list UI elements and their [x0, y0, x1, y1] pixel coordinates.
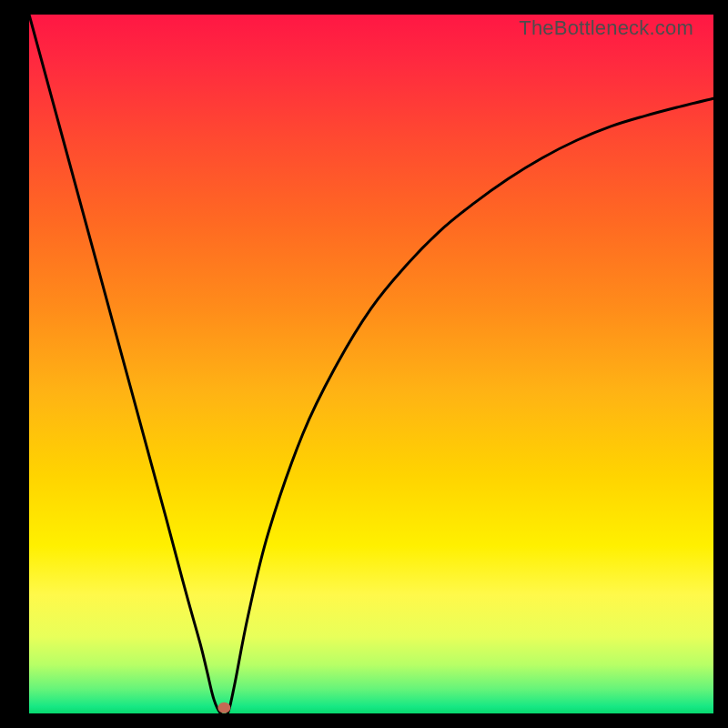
chart-frame: TheBottleneck.com [15, 15, 713, 713]
plot-background [29, 15, 713, 713]
bottleneck-chart [15, 15, 713, 713]
optimum-marker [217, 703, 230, 713]
watermark-text: TheBottleneck.com [519, 16, 693, 40]
